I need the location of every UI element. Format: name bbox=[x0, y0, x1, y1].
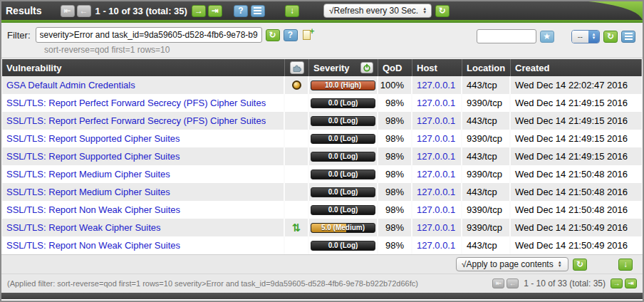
qod-value: 98% bbox=[378, 112, 412, 130]
filters-list-button[interactable] bbox=[621, 31, 635, 43]
host-link[interactable]: 127.0.0.1 bbox=[417, 204, 455, 215]
filter-help-button[interactable]: ? bbox=[284, 29, 298, 41]
refresh-now-button[interactable]: ↻ bbox=[435, 5, 450, 17]
qod-value: 98% bbox=[378, 130, 412, 147]
vulnerability-link[interactable]: SSL/TLS: Report Perfect Forward Secrecy … bbox=[6, 115, 266, 126]
severity-bar: 0.0 (Log) bbox=[311, 170, 375, 179]
apply-to-select[interactable]: √Apply to page contents ▲▼ bbox=[456, 257, 568, 271]
qod-value: 98% bbox=[378, 236, 412, 254]
table-row: SSL/TLS: Report Non Weak Cipher Suites 0… bbox=[2, 201, 642, 219]
qod-value: 98% bbox=[378, 219, 412, 236]
severity-bar: 0.0 (Log) bbox=[311, 205, 375, 215]
vulnerability-link[interactable]: SSL/TLS: Report Medium Cipher Suites bbox=[6, 187, 170, 197]
host-link[interactable]: 127.0.0.1 bbox=[417, 98, 455, 108]
vulnerability-link[interactable]: SSL/TLS: Report Non Weak Cipher Suites bbox=[6, 204, 180, 215]
location-value: 443/tcp bbox=[462, 147, 511, 165]
host-link[interactable]: 127.0.0.1 bbox=[417, 80, 455, 90]
saved-filters-value: -- bbox=[572, 31, 588, 43]
table-header: Vulnerability Severity QoD bbox=[2, 59, 642, 76]
next-page-button[interactable]: → bbox=[611, 278, 623, 288]
switch-filter-button[interactable]: ↻ bbox=[603, 31, 618, 43]
location-value: 443/tcp bbox=[462, 236, 511, 254]
first-page-button[interactable]: ⇤ bbox=[492, 278, 504, 288]
created-value: Wed Dec 14 21:49:15 2016 bbox=[511, 94, 642, 112]
column-location[interactable]: Location bbox=[462, 59, 511, 76]
list-icon bbox=[625, 33, 633, 40]
vulnerability-link[interactable]: SSL/TLS: Report Non Weak Cipher Suites bbox=[6, 240, 180, 251]
vulnerability-link[interactable]: SSL/TLS: Report Perfect Forward Secrecy … bbox=[6, 98, 266, 108]
pagination-text: 1 - 10 of 33 (total: 35) bbox=[524, 278, 606, 288]
host-link[interactable]: 127.0.0.1 bbox=[417, 151, 455, 162]
column-vulnerability[interactable]: Vulnerability bbox=[2, 59, 285, 76]
column-host[interactable]: Host bbox=[412, 59, 462, 76]
first-page-button[interactable]: ⇤ bbox=[61, 5, 75, 17]
last-page-button[interactable]: ⇥ bbox=[625, 278, 637, 288]
column-qod[interactable]: QoD bbox=[378, 59, 412, 76]
host-link[interactable]: 127.0.0.1 bbox=[417, 115, 455, 126]
table-row: SSL/TLS: Report Medium Cipher Suites 0.0… bbox=[2, 165, 642, 183]
vulnerability-link[interactable]: SSL/TLS: Report Medium Cipher Suites bbox=[6, 169, 170, 179]
vulnerability-link[interactable]: SSL/TLS: Report Weak Cipher Suites bbox=[6, 222, 161, 233]
vulnerability-link[interactable]: SSL/TLS: Report Supported Cipher Suites bbox=[6, 151, 180, 162]
solution-type-workaround-icon[interactable] bbox=[292, 80, 301, 90]
host-link[interactable]: 127.0.0.1 bbox=[417, 133, 455, 144]
new-filter-icon[interactable]: + bbox=[301, 28, 314, 41]
qod-value: 98% bbox=[378, 165, 412, 183]
qod-value: 100% bbox=[378, 76, 412, 94]
created-value: Wed Dec 14 21:49:15 2016 bbox=[511, 147, 642, 165]
footer-download-button[interactable]: ↓ bbox=[618, 259, 633, 271]
severity-label: 0.0 (Log) bbox=[311, 241, 375, 250]
filterbar: Filter: ↻ ? + sort-reverse=qod first=1 r… bbox=[1, 23, 643, 58]
results-table: Vulnerability Severity QoD bbox=[2, 59, 642, 254]
solution-type-cell bbox=[285, 112, 309, 130]
help-button[interactable]: ? bbox=[234, 5, 248, 17]
severity-bar: 0.0 (Log) bbox=[311, 241, 375, 251]
solution-type-cell bbox=[285, 201, 309, 219]
green-corner-decoration bbox=[577, 1, 643, 20]
select-arrows-icon: ▲▼ bbox=[588, 31, 599, 43]
solution-type-cell bbox=[285, 94, 309, 112]
host-link[interactable]: 127.0.0.1 bbox=[417, 240, 455, 251]
vulnerability-link[interactable]: GSA Default Admin Credentials bbox=[6, 80, 135, 90]
severity-bar: 0.0 (Log) bbox=[311, 134, 375, 144]
created-value: Wed Dec 14 21:50:49 2016 bbox=[511, 236, 642, 254]
apply-filter-button[interactable]: ↻ bbox=[266, 29, 280, 41]
table-row: SSL/TLS: Report Weak Cipher Suites ⇅ 5.0… bbox=[2, 219, 642, 236]
column-created[interactable]: Created bbox=[511, 59, 642, 76]
list-view-button[interactable] bbox=[251, 5, 265, 17]
location-value: 9390/tcp bbox=[462, 94, 511, 112]
severity-bar: 0.0 (Log) bbox=[311, 98, 375, 108]
solution-type-cell bbox=[285, 147, 309, 165]
host-link[interactable]: 127.0.0.1 bbox=[417, 187, 455, 197]
previous-page-button[interactable]: ← bbox=[507, 278, 519, 288]
created-value: Wed Dec 14 21:50:48 2016 bbox=[511, 201, 642, 219]
severity-label: 0.0 (Log) bbox=[311, 170, 375, 179]
results-page: Results ⇤ ← 1 - 10 of 33 (total: 35) → ⇥… bbox=[0, 0, 644, 302]
saved-filters-select[interactable]: -- ▲▼ bbox=[571, 30, 600, 43]
column-severity[interactable]: Severity bbox=[309, 59, 378, 76]
solution-type-puzzle-icon[interactable] bbox=[290, 61, 304, 74]
solution-type-mitigate-icon[interactable]: ⇅ bbox=[292, 222, 301, 233]
last-page-button[interactable]: ⇥ bbox=[208, 5, 222, 17]
filter-input[interactable] bbox=[36, 27, 262, 43]
apply-refresh-button[interactable]: ↻ bbox=[573, 259, 587, 271]
solution-type-cell bbox=[285, 236, 309, 254]
qod-value: 98% bbox=[378, 147, 412, 165]
list-icon bbox=[254, 7, 261, 14]
vulnerability-link[interactable]: SSL/TLS: Report Supported Cipher Suites bbox=[6, 133, 180, 144]
severity-label: 0.0 (Log) bbox=[311, 117, 375, 125]
results-table-body: GSA Default Admin Credentials 10.0 (High… bbox=[2, 76, 642, 254]
location-value: 9390/tcp bbox=[462, 219, 511, 236]
next-page-button[interactable]: → bbox=[192, 5, 206, 17]
severity-sort-button[interactable] bbox=[360, 62, 373, 73]
location-value: 443/tcp bbox=[462, 183, 511, 201]
host-link[interactable]: 127.0.0.1 bbox=[417, 169, 455, 179]
save-filter-star-button[interactable]: ★ bbox=[540, 31, 554, 43]
table-row: SSL/TLS: Report Supported Cipher Suites … bbox=[2, 147, 642, 165]
refresh-interval-select[interactable]: √Refresh every 30 Sec. ▲▼ bbox=[323, 4, 432, 18]
severity-label: 0.0 (Log) bbox=[311, 99, 375, 108]
host-link[interactable]: 127.0.0.1 bbox=[417, 222, 455, 233]
download-button[interactable]: ↓ bbox=[285, 5, 299, 17]
filter-name-input[interactable] bbox=[477, 29, 536, 43]
previous-page-button[interactable]: ← bbox=[77, 5, 91, 17]
